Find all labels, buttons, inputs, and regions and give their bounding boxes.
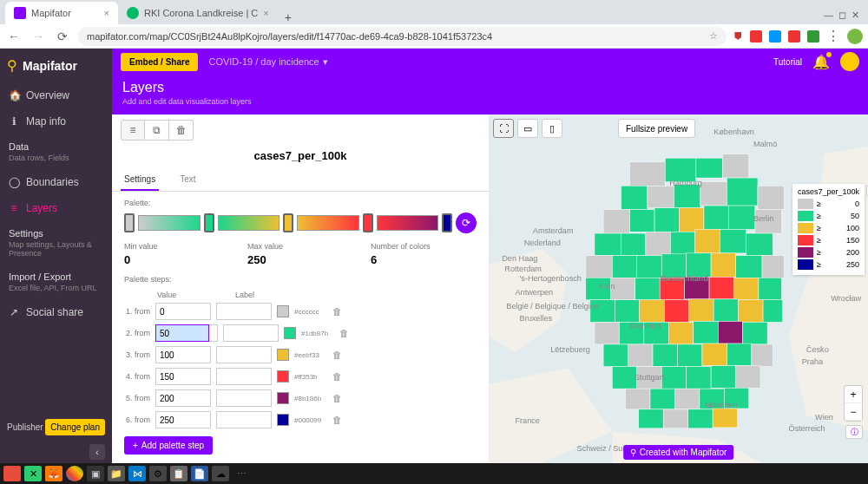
- stepper-buttons[interactable]: [209, 324, 218, 342]
- extension-icon[interactable]: [807, 30, 819, 43]
- task-icon[interactable]: 🦊: [45, 466, 62, 481]
- palette-gradient[interactable]: ⟳: [124, 213, 477, 233]
- step-delete-button[interactable]: 🗑: [332, 371, 342, 382]
- window-minimize-icon[interactable]: —: [824, 10, 833, 21]
- browser-tab-2[interactable]: RKI Corona Landkreise | C ×: [118, 2, 278, 24]
- tab-text[interactable]: Text: [176, 169, 199, 191]
- refresh-palette-button[interactable]: ⟳: [456, 213, 477, 233]
- zoom-out-button[interactable]: −: [845, 403, 862, 421]
- extension-icon[interactable]: [750, 30, 762, 43]
- tutorial-link[interactable]: Tutorial: [773, 57, 802, 67]
- sidebar-item-overview[interactable]: 🏠 Overview: [0, 82, 112, 108]
- layer-delete-button[interactable]: 🗑: [169, 120, 194, 141]
- step-color-swatch[interactable]: [277, 392, 289, 404]
- fullsize-preview-button[interactable]: Fullsize preview: [618, 119, 695, 138]
- view-desktop-button[interactable]: ⛶: [493, 119, 514, 138]
- palette-handle[interactable]: [124, 213, 135, 232]
- task-icon[interactable]: [66, 466, 83, 481]
- avatar[interactable]: [840, 52, 859, 71]
- nav-group-data[interactable]: Data: [0, 134, 112, 152]
- extension-icon[interactable]: [788, 30, 800, 43]
- sidebar-item-boundaries[interactable]: ◯ Boundaries: [0, 169, 112, 195]
- map-preview[interactable]: ⛶ ▭ ▯ Fullsize preview: [489, 114, 868, 463]
- step-delete-button[interactable]: 🗑: [332, 350, 342, 360]
- forward-button[interactable]: →: [30, 28, 47, 45]
- task-icon[interactable]: 📁: [108, 466, 125, 481]
- map-name-dropdown[interactable]: COVID-19 / day incidence ▾: [208, 56, 327, 68]
- collapse-sidebar-button[interactable]: ‹: [89, 444, 105, 460]
- colors-value[interactable]: 6: [371, 253, 477, 266]
- attribution-button[interactable]: ⓘ: [845, 425, 863, 439]
- palette-handle[interactable]: [363, 213, 373, 232]
- task-icon[interactable]: ⋈: [128, 466, 146, 481]
- window-maximize-icon[interactable]: ◻: [838, 10, 846, 21]
- step-value-input[interactable]: [155, 303, 211, 320]
- nav-group-import[interactable]: Import / Export: [0, 265, 112, 282]
- step-label-input[interactable]: [216, 389, 272, 407]
- view-mobile-button[interactable]: ▯: [542, 119, 562, 138]
- step-label-input[interactable]: [216, 368, 272, 385]
- step-value-input[interactable]: [155, 324, 209, 342]
- step-label-input[interactable]: [216, 411, 272, 428]
- zoom-in-button[interactable]: +: [845, 386, 862, 403]
- step-delete-button[interactable]: 🗑: [339, 328, 349, 338]
- task-icon[interactable]: [3, 466, 21, 481]
- max-value[interactable]: 250: [247, 253, 353, 266]
- task-icon[interactable]: 📋: [170, 466, 187, 481]
- step-color-swatch[interactable]: [277, 370, 289, 383]
- step-color-swatch[interactable]: [277, 305, 289, 317]
- extension-icon[interactable]: [769, 30, 781, 43]
- close-icon[interactable]: ×: [263, 8, 268, 18]
- menu-icon[interactable]: ⋮: [826, 28, 840, 44]
- step-label-input[interactable]: [223, 324, 279, 342]
- step-color-swatch[interactable]: [277, 349, 289, 361]
- browser-tab-1[interactable]: Mapifator ×: [5, 2, 118, 24]
- step-value-input[interactable]: [155, 411, 211, 428]
- task-icon[interactable]: ☁: [212, 466, 229, 481]
- step-delete-button[interactable]: 🗑: [332, 393, 342, 403]
- close-icon[interactable]: ×: [104, 8, 109, 18]
- reload-button[interactable]: ⟳: [54, 28, 71, 45]
- embed-share-button[interactable]: Embed / Share: [121, 53, 198, 71]
- add-palette-step-button[interactable]: + Add palette step: [124, 436, 213, 455]
- task-icon[interactable]: ⚙: [149, 466, 167, 481]
- layer-duplicate-button[interactable]: ⧉: [145, 120, 169, 141]
- back-button[interactable]: ←: [5, 28, 23, 45]
- step-value-input[interactable]: [155, 368, 211, 385]
- step-delete-button[interactable]: 🗑: [332, 306, 342, 317]
- step-color-swatch[interactable]: [284, 327, 296, 339]
- step-label-input[interactable]: [216, 346, 272, 363]
- task-icon[interactable]: ✕: [24, 466, 42, 481]
- palette-handle[interactable]: [283, 213, 293, 232]
- change-plan-button[interactable]: Change plan: [45, 419, 105, 435]
- address-bar[interactable]: mapifator.com/map/CC0SrjBt24Au8lpKojro/l…: [78, 27, 727, 46]
- tab-settings[interactable]: Settings: [121, 169, 159, 191]
- min-value[interactable]: 0: [124, 253, 230, 266]
- task-icon[interactable]: ⋯: [233, 466, 250, 481]
- brand[interactable]: ⚲ Mapifator: [0, 49, 112, 82]
- step-delete-button[interactable]: 🗑: [332, 415, 342, 425]
- profile-icon[interactable]: [847, 29, 863, 44]
- svg-text:Frankfurt: Frankfurt: [630, 322, 662, 330]
- new-tab-button[interactable]: +: [278, 10, 299, 24]
- step-label-input[interactable]: [216, 303, 272, 320]
- extension-icon[interactable]: ⛊: [733, 31, 743, 42]
- step-color-swatch[interactable]: [277, 414, 289, 426]
- bell-icon[interactable]: 🔔: [812, 54, 830, 70]
- palette-handle[interactable]: [442, 213, 452, 232]
- task-icon[interactable]: ▣: [87, 466, 104, 481]
- task-icon[interactable]: 📄: [191, 466, 208, 481]
- view-tablet-button[interactable]: ▭: [517, 119, 538, 138]
- sidebar-item-layers[interactable]: ≡ Layers: [0, 195, 112, 221]
- layer-list-button[interactable]: ≡: [121, 120, 145, 141]
- map-legend[interactable]: ▸ cases7_per_100k ≥0≥50≥100≥150≥200≥250: [792, 184, 865, 275]
- credit-badge[interactable]: ⚲ Created with Mapifator: [623, 445, 734, 460]
- step-value-input[interactable]: [155, 389, 211, 407]
- sidebar-item-social[interactable]: ↗ Social share: [0, 299, 112, 325]
- palette-handle[interactable]: [204, 213, 214, 232]
- star-icon[interactable]: ☆: [709, 30, 718, 42]
- step-value-input[interactable]: [155, 346, 211, 363]
- nav-group-settings[interactable]: Settings: [0, 221, 112, 239]
- sidebar-item-mapinfo[interactable]: ℹ Map info: [0, 108, 112, 134]
- window-close-icon[interactable]: ✕: [852, 10, 859, 21]
